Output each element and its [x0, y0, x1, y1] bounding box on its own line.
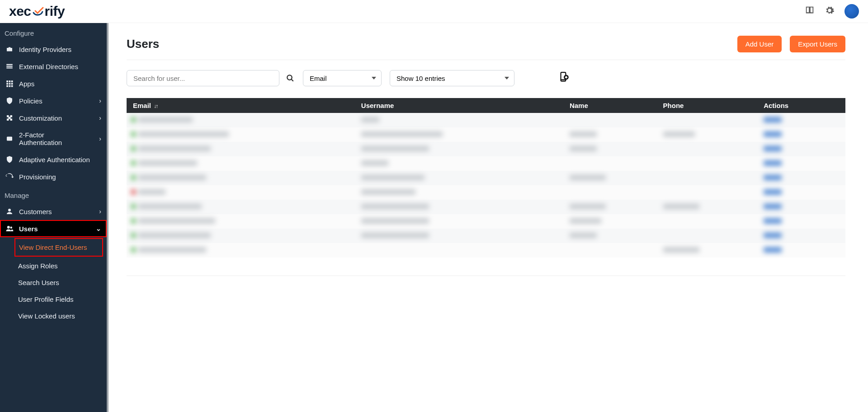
table-header-row: Email↓↑ Username Name Phone Actions [127, 98, 845, 113]
sidebar: Configure Identity Providers External Di… [0, 23, 108, 412]
table-cell [357, 214, 565, 229]
table-cell [659, 171, 760, 185]
topbar: xec rify [0, 0, 868, 23]
sync-icon [5, 173, 14, 181]
svg-rect-7 [9, 83, 11, 85]
table-cell [565, 142, 659, 156]
add-user-button[interactable]: Add User [737, 36, 782, 52]
brand-logo[interactable]: xec rify [9, 4, 65, 19]
svg-rect-12 [7, 137, 12, 141]
table-cell [659, 185, 760, 200]
table-cell [659, 113, 760, 127]
table-cell [759, 127, 845, 142]
filter-field-select[interactable]: Email [303, 70, 382, 86]
table-cell [357, 200, 565, 214]
briefcase-icon [5, 45, 14, 53]
chevron-down-icon: ⌄ [96, 225, 101, 232]
table-row[interactable] [127, 214, 845, 229]
sidebar-item-2fa[interactable]: 2-Factor Authentication › [0, 126, 107, 151]
svg-rect-9 [6, 85, 8, 87]
table-row[interactable] [127, 171, 845, 185]
sidebar-item-provisioning[interactable]: Provisioning [0, 168, 107, 185]
sidebar-sub-search-users[interactable]: Search Users [18, 274, 107, 291]
sidebar-item-adaptive-auth[interactable]: Adaptive Authentication [0, 151, 107, 168]
sidebar-sub-assign-roles[interactable]: Assign Roles [18, 258, 107, 274]
table-header-name[interactable]: Name [565, 98, 659, 113]
svg-point-13 [8, 209, 11, 211]
table-cell [565, 200, 659, 214]
table-row[interactable] [127, 156, 845, 171]
sidebar-item-label: Identity Providers [19, 46, 71, 53]
sidebar-item-users[interactable]: Users ⌄ [0, 220, 107, 237]
sidebar-item-identity-providers[interactable]: Identity Providers [0, 41, 107, 58]
table-cell [759, 142, 845, 156]
chevron-right-icon: › [99, 114, 101, 122]
table-cell [659, 142, 760, 156]
table-cell [127, 113, 357, 127]
sidebar-sub-view-locked-users[interactable]: View Locked users [18, 308, 107, 324]
table-header-actions[interactable]: Actions [759, 98, 845, 113]
avatar[interactable] [844, 4, 859, 19]
gear-icon[interactable] [825, 5, 835, 17]
keypad-icon [5, 135, 14, 143]
table-cell [659, 229, 760, 243]
person-icon [5, 207, 14, 215]
table-row[interactable] [127, 243, 845, 258]
page-actions: Add User Export Users [737, 36, 845, 52]
sidebar-item-label: Provisioning [19, 173, 56, 181]
svg-point-16 [287, 75, 292, 80]
svg-rect-8 [11, 83, 13, 85]
table-row[interactable] [127, 200, 845, 214]
chevron-right-icon: › [99, 135, 101, 142]
sidebar-item-label: 2-Factor Authentication [19, 131, 88, 146]
book-icon[interactable] [805, 5, 815, 17]
sidebar-item-label: External Directories [19, 63, 78, 70]
sidebar-sub-user-profile-fields[interactable]: User Profile Fields [18, 291, 107, 308]
table-header-phone[interactable]: Phone [659, 98, 760, 113]
table-row[interactable] [127, 113, 845, 127]
table-cell [127, 171, 357, 185]
sidebar-item-customers[interactable]: Customers › [0, 203, 107, 220]
svg-rect-2 [6, 67, 13, 68]
svg-rect-6 [6, 83, 8, 85]
table-cell [127, 200, 357, 214]
table-row[interactable] [127, 229, 845, 243]
svg-rect-0 [6, 64, 13, 65]
main-content: Users Add User Export Users Email Show 1… [108, 23, 868, 412]
search-input[interactable] [127, 70, 279, 86]
sidebar-item-label: Apps [19, 80, 34, 88]
search-icon[interactable] [286, 74, 295, 83]
export-users-button[interactable]: Export Users [790, 36, 845, 52]
table-cell [659, 127, 760, 142]
table-cell [759, 229, 845, 243]
svg-point-14 [7, 226, 10, 229]
entries-select[interactable]: Show 10 entries [390, 70, 514, 86]
table-row[interactable] [127, 185, 845, 200]
sidebar-item-apps[interactable]: Apps [0, 75, 107, 92]
chevron-right-icon: › [99, 97, 101, 104]
sidebar-sub-view-direct-end-users[interactable]: View Direct End-Users [14, 238, 103, 257]
brand-name-left: xec [9, 4, 31, 19]
users-table-wrap: Email↓↑ Username Name Phone Actions [127, 98, 845, 276]
table-cell [127, 185, 357, 200]
table-cell [127, 214, 357, 229]
sidebar-item-label: Policies [19, 97, 42, 105]
table-cell [127, 243, 357, 258]
sidebar-item-customization[interactable]: Customization › [0, 109, 107, 126]
sidebar-item-label: Users [19, 225, 38, 233]
table-cell [565, 127, 659, 142]
filters-bar: Email Show 10 entries [127, 70, 845, 86]
table-row[interactable] [127, 142, 845, 156]
sidebar-item-policies[interactable]: Policies › [0, 92, 107, 109]
table-body [127, 113, 845, 258]
table-header-email[interactable]: Email↓↑ [127, 98, 357, 113]
table-cell [759, 243, 845, 258]
shield-search-icon [5, 97, 14, 105]
add-device-icon[interactable] [558, 71, 570, 85]
table-row[interactable] [127, 127, 845, 142]
table-header-username[interactable]: Username [357, 98, 565, 113]
apps-grid-icon [5, 80, 14, 88]
brand-name-right: rify [45, 4, 65, 19]
svg-point-15 [10, 227, 13, 229]
sidebar-item-external-directories[interactable]: External Directories [0, 58, 107, 75]
